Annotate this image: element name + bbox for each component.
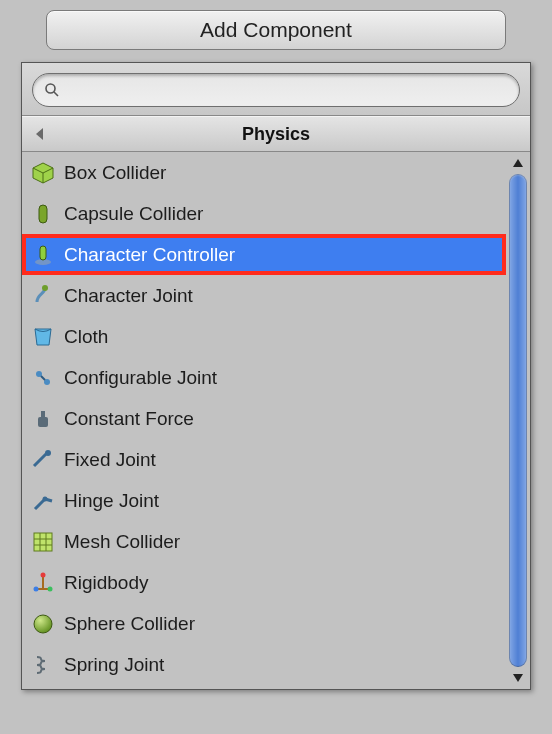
scrollbar-track[interactable] xyxy=(509,174,527,667)
scrollbar-thumb[interactable] xyxy=(509,174,527,667)
hinge-joint-icon xyxy=(30,488,56,514)
list-item[interactable]: Spring Joint xyxy=(22,644,506,685)
list-item[interactable]: Box Collider xyxy=(22,152,506,193)
capsule-collider-icon xyxy=(30,201,56,227)
component-list: Box ColliderCapsule ColliderCharacter Co… xyxy=(22,152,506,689)
fixed-joint-icon xyxy=(30,447,56,473)
character-joint-icon xyxy=(30,283,56,309)
list-item[interactable]: Sphere Collider xyxy=(22,603,506,644)
svg-point-8 xyxy=(42,285,48,291)
constant-force-icon xyxy=(30,406,56,432)
category-title: Physics xyxy=(242,124,310,145)
list-item[interactable]: Mesh Collider xyxy=(22,521,506,562)
list-item-label: Spring Joint xyxy=(64,654,164,676)
list-item-label: Rigidbody xyxy=(64,572,149,594)
list-item-label: Box Collider xyxy=(64,162,166,184)
svg-rect-13 xyxy=(41,411,45,417)
svg-point-27 xyxy=(34,586,39,591)
svg-point-29 xyxy=(34,615,52,633)
list-item[interactable]: Rigidbody xyxy=(22,562,506,603)
svg-rect-12 xyxy=(38,417,48,427)
sphere-collider-icon xyxy=(30,611,56,637)
inspector-panel: Add Component Physics Box ColliderCapsul… xyxy=(10,10,542,724)
back-button[interactable] xyxy=(34,127,46,141)
list-item[interactable]: Cloth xyxy=(22,316,506,357)
scroll-down-button[interactable] xyxy=(506,667,530,689)
search-row xyxy=(22,63,530,116)
category-header: Physics xyxy=(22,116,530,152)
list-item[interactable]: Configurable Joint xyxy=(22,357,506,398)
list-item-label: Configurable Joint xyxy=(64,367,217,389)
list-item-label: Fixed Joint xyxy=(64,449,156,471)
svg-line-11 xyxy=(41,376,45,380)
list-item-label: Character Joint xyxy=(64,285,193,307)
cloth-icon xyxy=(30,324,56,350)
svg-point-28 xyxy=(48,586,53,591)
svg-marker-30 xyxy=(513,159,523,167)
list-item-label: Constant Force xyxy=(64,408,194,430)
scrollbar[interactable] xyxy=(506,152,530,689)
list-item-label: Sphere Collider xyxy=(64,613,195,635)
mesh-collider-icon xyxy=(30,529,56,555)
character-controller-icon xyxy=(30,242,56,268)
list-item[interactable]: Character Controller xyxy=(22,234,506,275)
spring-joint-icon xyxy=(30,652,56,678)
rigidbody-icon xyxy=(30,570,56,596)
search-wrap xyxy=(32,73,520,107)
list-item-label: Capsule Collider xyxy=(64,203,203,225)
configurable-joint-icon xyxy=(30,365,56,391)
svg-line-14 xyxy=(34,454,46,466)
svg-point-18 xyxy=(43,496,48,501)
search-input[interactable] xyxy=(32,73,520,107)
svg-point-26 xyxy=(41,572,46,577)
scroll-up-button[interactable] xyxy=(506,152,530,174)
svg-marker-31 xyxy=(513,674,523,682)
list-item[interactable]: Constant Force xyxy=(22,398,506,439)
list-item-label: Hinge Joint xyxy=(64,490,159,512)
list-area: Box ColliderCapsule ColliderCharacter Co… xyxy=(22,152,530,689)
list-item-label: Character Controller xyxy=(64,244,235,266)
list-item-label: Mesh Collider xyxy=(64,531,180,553)
list-item[interactable]: Capsule Collider xyxy=(22,193,506,234)
component-menu: Physics Box ColliderCapsule ColliderChar… xyxy=(21,62,531,690)
list-item[interactable]: Fixed Joint xyxy=(22,439,506,480)
list-item-label: Cloth xyxy=(64,326,108,348)
list-item[interactable]: Hinge Joint xyxy=(22,480,506,521)
add-component-button[interactable]: Add Component xyxy=(46,10,506,50)
list-item[interactable]: Character Joint xyxy=(22,275,506,316)
box-collider-icon xyxy=(30,160,56,186)
add-component-label: Add Component xyxy=(200,18,352,41)
svg-rect-19 xyxy=(34,533,52,551)
svg-point-15 xyxy=(45,450,51,456)
svg-rect-5 xyxy=(39,205,47,223)
svg-marker-2 xyxy=(36,128,43,140)
svg-rect-7 xyxy=(40,246,46,260)
